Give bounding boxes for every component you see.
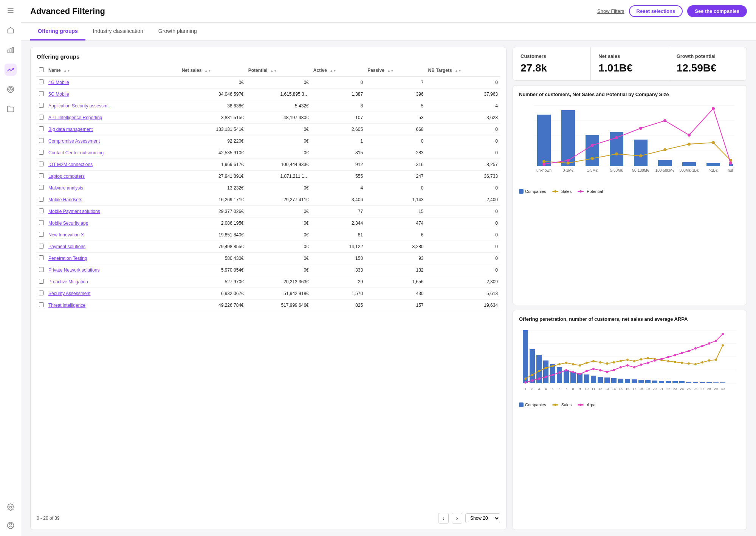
s2-dot-1 (524, 378, 527, 380)
tab-industry-classification[interactable]: Industry classification (85, 23, 151, 40)
row-checkbox-15[interactable] (39, 255, 44, 260)
row-name-8[interactable]: Laptop computers (46, 171, 180, 182)
col-net-sales[interactable]: Net sales ▲▼ (180, 64, 246, 77)
row-name-4[interactable]: Big data management (46, 124, 180, 135)
a-dot-3 (538, 378, 540, 380)
legend-companies: Companies (519, 189, 546, 194)
row-checkbox-19[interactable] (39, 302, 44, 307)
row-name-19[interactable]: Threat intelligence (46, 300, 180, 311)
row-checkbox-16[interactable] (39, 267, 44, 272)
row-checkbox-13[interactable] (39, 232, 44, 237)
row-active-6: 815 (311, 147, 365, 159)
col-name[interactable]: Name ▲▼ (46, 64, 180, 77)
show-filters-button[interactable]: Show Filters (597, 8, 624, 14)
col-potential[interactable]: Potential ▲▼ (246, 64, 311, 77)
row-checkbox-11[interactable] (39, 208, 44, 213)
a-dot-15 (620, 366, 622, 368)
row-checkbox-4[interactable] (39, 126, 44, 131)
legend-potential: Potential (578, 189, 603, 194)
row-checkbox-2[interactable] (39, 103, 44, 108)
next-page-button[interactable]: › (452, 513, 462, 524)
col-active[interactable]: Active ▲▼ (311, 64, 365, 77)
row-potential-8: 1,871,211,1… (246, 171, 311, 182)
row-checkbox-7[interactable] (39, 162, 44, 166)
row-name-11[interactable]: Mobile Payment solutions (46, 206, 180, 218)
row-checkbox-3[interactable] (39, 115, 44, 120)
table-row: Mobile Payment solutions 29,377,026€ 0€ … (37, 206, 500, 218)
target-icon[interactable] (5, 83, 17, 95)
legend2-companies: Companies (519, 402, 546, 407)
row-name-16[interactable]: Private Network solutions (46, 264, 180, 276)
menu-icon[interactable] (5, 5, 17, 17)
home-icon[interactable] (5, 24, 17, 36)
row-checkbox-17[interactable] (39, 279, 44, 284)
select-all-checkbox[interactable] (39, 67, 44, 72)
row-name-18[interactable]: Security Assessment (46, 288, 180, 300)
a-dot-25 (688, 350, 690, 352)
row-potential-5: 0€ (246, 135, 311, 147)
row-name-17[interactable]: Proactive Mitigation (46, 276, 180, 288)
gear-icon[interactable] (5, 501, 17, 513)
a-dot-13 (606, 371, 608, 373)
row-checkbox-0[interactable] (39, 79, 44, 84)
offering-groups-table: Name ▲▼ Net sales ▲▼ Potential ▲▼ Active… (37, 64, 500, 311)
bar2-28 (706, 382, 712, 383)
row-checkbox-12[interactable] (39, 220, 44, 225)
row-potential-15: 0€ (246, 253, 311, 264)
row-name-2[interactable]: Application Security assessm… (46, 100, 180, 112)
row-name-0[interactable]: 4G Mobile (46, 77, 180, 89)
row-checkbox-14[interactable] (39, 244, 44, 249)
a-dot-9 (579, 373, 581, 375)
row-checkbox-18[interactable] (39, 291, 44, 295)
bar2-25 (686, 382, 691, 383)
row-name-3[interactable]: APT Intelligence Reporting (46, 112, 180, 124)
row-passive-15: 93 (365, 253, 426, 264)
row-checkbox-6[interactable] (39, 150, 44, 155)
svg-text:18: 18 (639, 387, 643, 391)
s2-dot-9 (579, 364, 581, 367)
row-name-10[interactable]: Mobile Handsets (46, 194, 180, 206)
row-passive-13: 6 (365, 229, 426, 241)
svg-text:500M€-1B€: 500M€-1B€ (679, 168, 699, 172)
row-passive-19: 157 (365, 300, 426, 311)
row-name-13[interactable]: New Innovation X (46, 229, 180, 241)
row-passive-9: 0 (365, 182, 426, 194)
tab-growth-planning[interactable]: Growth planning (151, 23, 204, 40)
row-net-sales-8: 27,941,891€ (180, 171, 246, 182)
bar2-26 (693, 382, 698, 383)
folder-icon[interactable] (5, 103, 17, 115)
row-potential-1: 1,615,895,3… (246, 89, 311, 100)
row-name-7[interactable]: IOT M2M connections (46, 159, 180, 171)
row-checkbox-9[interactable] (39, 185, 44, 190)
chart-bar-icon[interactable] (5, 44, 17, 56)
tab-offering-groups[interactable]: Offering groups (30, 23, 85, 40)
row-potential-6: 0€ (246, 147, 311, 159)
row-active-0: 0 (311, 77, 365, 89)
user-circle-icon[interactable] (5, 519, 17, 531)
row-nb-targets-1: 37,963 (426, 89, 500, 100)
show-count-select[interactable]: Show 20 Show 50 Show 100 (465, 513, 500, 523)
see-companies-button[interactable]: See the companies (687, 5, 747, 17)
row-name-5[interactable]: Compromise Assessment (46, 135, 180, 147)
reset-selections-button[interactable]: Reset selections (629, 5, 683, 17)
row-net-sales-1: 34,046,597€ (180, 89, 246, 100)
prev-page-button[interactable]: ‹ (438, 513, 449, 524)
chart1-svg: unknown 0-1M€ 1-5M€ 5-50M€ 50-100M€ 100-… (519, 102, 738, 185)
row-name-14[interactable]: Payment solutions (46, 241, 180, 253)
row-name-15[interactable]: Penetration Testing (46, 253, 180, 264)
bar2-7 (564, 370, 569, 383)
row-checkbox-10[interactable] (39, 197, 44, 202)
s2-dot-6 (558, 363, 561, 365)
col-passive[interactable]: Passive ▲▼ (365, 64, 426, 77)
row-name-6[interactable]: Contact Center outsourcing (46, 147, 180, 159)
row-name-1[interactable]: 5G Mobile (46, 89, 180, 100)
bar2-23 (672, 381, 678, 383)
col-nb-targets[interactable]: NB Targets ▲▼ (426, 64, 500, 77)
row-checkbox-8[interactable] (39, 173, 44, 178)
row-potential-7: 100,444,933€ (246, 159, 311, 171)
trending-up-icon[interactable] (5, 64, 17, 76)
row-checkbox-5[interactable] (39, 138, 44, 143)
row-name-12[interactable]: Mobile Security app (46, 218, 180, 229)
row-name-9[interactable]: Malware analysis (46, 182, 180, 194)
row-checkbox-1[interactable] (39, 91, 44, 96)
